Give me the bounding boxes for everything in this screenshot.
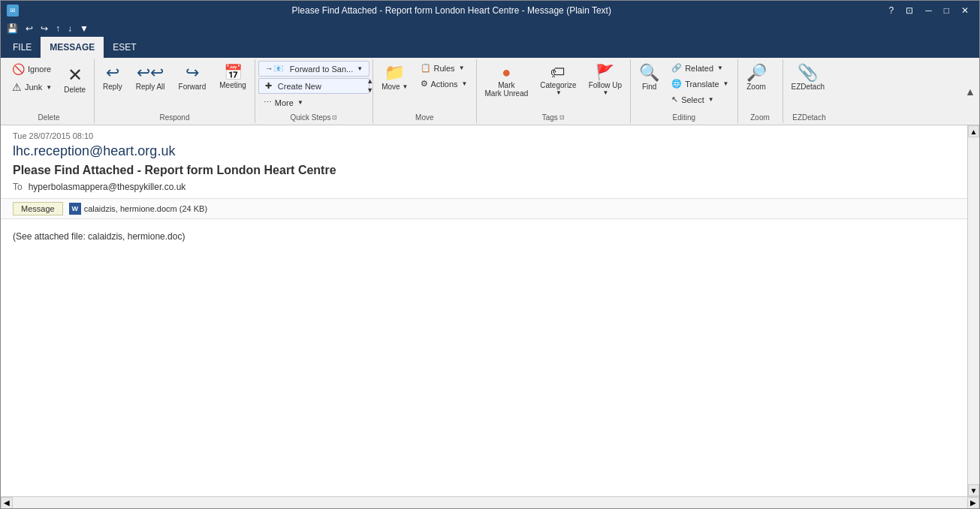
ribbon-group-editing: 🔍 Find 🔗 Related ▼ 🌐 Translate ▼: [631, 59, 737, 123]
delete-group-label: Delete: [7, 111, 91, 122]
follow-up-arrow: ▼: [602, 89, 608, 96]
quicksteps-scroll: ▲ ▼: [364, 61, 375, 110]
ezdetach-button[interactable]: 📎 EZDetach: [786, 61, 830, 95]
to-address: hyperbolasmappera@thespykiller.co.uk: [29, 182, 186, 192]
rules-arrow: ▼: [459, 65, 465, 71]
ribbon-tabs: FILE MESSAGE ESET: [1, 37, 979, 58]
find-button[interactable]: 🔍 Find: [634, 61, 665, 95]
more-quicksteps-button[interactable]: ⋯ More ▼: [258, 95, 369, 110]
scroll-right-arrow[interactable]: ▶: [967, 497, 979, 509]
junk-button[interactable]: ⚠ Junk ▼: [7, 79, 57, 95]
mark-unread-button[interactable]: ● Mark Mark Unread: [480, 61, 534, 101]
select-arrow: ▼: [708, 96, 714, 103]
move-group-label: Move: [376, 111, 472, 122]
junk-icon: ⚠: [12, 81, 22, 93]
scroll-left-arrow[interactable]: ◀: [1, 497, 13, 509]
ribbon-group-delete: 🚫 Ignore ⚠ Junk ▼ ✕ Delete Delete: [4, 59, 95, 123]
translate-arrow: ▼: [723, 80, 729, 87]
help-button[interactable]: ?: [885, 4, 899, 17]
ezdetach-group-label: EZDetach: [786, 111, 833, 122]
save-button[interactable]: 💾: [4, 22, 21, 35]
tags-expand-icon[interactable]: ⊡: [559, 114, 565, 121]
reply-all-button[interactable]: ↩↩ Reply All: [131, 61, 170, 95]
move-icon: 📁: [384, 65, 405, 81]
attachment-message-tab[interactable]: Message: [13, 202, 63, 215]
move-label: Move ▼: [381, 83, 408, 91]
message-to-row: To hyperbolasmappera@thespykiller.co.uk: [13, 182, 955, 192]
more-quicksteps-icon: ⋯: [264, 98, 272, 107]
meeting-icon: 📅: [224, 65, 243, 80]
tab-message[interactable]: MESSAGE: [41, 37, 104, 58]
next-item-button[interactable]: ↓: [65, 22, 75, 35]
scroll-up-arrow[interactable]: ▲: [968, 125, 979, 137]
ribbon: 🚫 Ignore ⚠ Junk ▼ ✕ Delete Delete: [1, 58, 979, 125]
follow-up-label: Follow Up ▼: [589, 81, 622, 96]
quicksteps-scroll-down[interactable]: ▼: [364, 86, 375, 95]
ribbon-toggle-button[interactable]: ⊡: [901, 4, 918, 17]
tab-file[interactable]: FILE: [4, 37, 41, 58]
select-icon: ↖: [671, 95, 678, 104]
title-bar-title: Please Find Attached - Report form Londo…: [19, 5, 885, 16]
title-bar: ✉ Please Find Attached - Report form Lon…: [1, 1, 979, 20]
tab-eset[interactable]: ESET: [104, 37, 145, 58]
attachment-bar: Message W calaidzis, hermione.docm (24 K…: [1, 199, 967, 219]
message-container: Tue 28/07/2015 08:10 lhc.reception@heart…: [1, 125, 967, 496]
rules-button[interactable]: 📋 Rules ▼: [415, 61, 473, 75]
attachment-item[interactable]: W calaidzis, hermione.docm (24 KB): [69, 203, 207, 215]
delete-button[interactable]: ✕ Delete: [59, 61, 91, 98]
move-button[interactable]: 📁 Move ▼: [376, 61, 413, 95]
more-quick-access-button[interactable]: ▼: [77, 22, 92, 35]
meeting-button[interactable]: 📅 Meeting: [214, 61, 252, 93]
more-quicksteps-arrow: ▼: [297, 99, 303, 106]
quicksteps-expand-icon[interactable]: ⊡: [332, 114, 337, 121]
zoom-icon: 🔎: [746, 65, 767, 81]
word-icon: W: [69, 203, 81, 215]
delete-icon: ✕: [68, 66, 83, 84]
quicksteps-label-text: Quick Steps: [291, 113, 331, 122]
close-button[interactable]: ✕: [957, 4, 973, 17]
reply-icon: ↩: [106, 65, 119, 81]
tags-group-label: Tags ⊡: [480, 111, 628, 122]
message-header: Tue 28/07/2015 08:10 lhc.reception@heart…: [1, 125, 967, 199]
prev-item-button[interactable]: ↑: [53, 22, 63, 35]
maximize-button[interactable]: □: [939, 4, 954, 17]
categorize-button[interactable]: 🏷 Categorize ▼: [535, 61, 581, 100]
quick-access-toolbar: 💾 ↩ ↪ ↑ ↓ ▼: [1, 20, 979, 37]
content-area: Tue 28/07/2015 08:10 lhc.reception@heart…: [1, 125, 979, 508]
delete-col: 🚫 Ignore ⚠ Junk ▼: [7, 61, 57, 95]
select-button[interactable]: ↖ Select ▼: [666, 92, 734, 107]
minimize-button[interactable]: ─: [921, 4, 936, 17]
message-body: (See attached file: calaidzis, hermione.…: [1, 219, 967, 496]
translate-button[interactable]: 🌐 Translate ▼: [666, 77, 734, 91]
related-button[interactable]: 🔗 Related ▼: [666, 61, 734, 75]
scroll-down-arrow[interactable]: ▼: [968, 484, 979, 496]
actions-icon: ⚙: [421, 79, 428, 89]
forward-to-san-arrow: ▼: [357, 65, 363, 72]
zoom-button[interactable]: 🔎 Zoom: [741, 61, 772, 95]
reply-button[interactable]: ↩ Reply: [98, 61, 128, 95]
create-new-button[interactable]: ✚ Create New: [258, 78, 369, 94]
app-window: ✉ Please Find Attached - Report form Lon…: [0, 0, 980, 509]
redo-button[interactable]: ↪: [38, 22, 51, 35]
ribbon-group-move: 📁 Move ▼ 📋 Rules ▼ ⚙ Actions: [373, 59, 476, 123]
follow-up-button[interactable]: 🚩 Follow Up ▼: [583, 61, 627, 100]
message-with-scroll: Tue 28/07/2015 08:10 lhc.reception@heart…: [1, 125, 979, 496]
forward-button[interactable]: ↪ Forward: [173, 61, 212, 95]
ribbon-scroll-up-button[interactable]: ▲: [964, 86, 976, 98]
create-new-icon: ✚: [265, 81, 272, 91]
quicksteps-group-content: →📧 Forward to San... ▼ ✚ Create New ▲ ▼ …: [258, 61, 369, 110]
ignore-button[interactable]: 🚫 Ignore: [7, 61, 57, 77]
forward-to-san-button[interactable]: →📧 Forward to San... ▼: [258, 61, 369, 77]
undo-button[interactable]: ↩: [23, 22, 36, 35]
ribbon-group-ezdetach: 📎 EZDetach EZDetach: [783, 59, 836, 123]
message-date: Tue 28/07/2015 08:10: [13, 131, 955, 140]
scroll-track: [968, 137, 979, 484]
find-icon: 🔍: [639, 65, 659, 81]
move-col: 📋 Rules ▼ ⚙ Actions ▼: [415, 61, 473, 91]
reply-all-icon: ↩↩: [137, 65, 164, 81]
actions-button[interactable]: ⚙ Actions ▼: [415, 77, 473, 91]
categorize-icon: 🏷: [550, 65, 565, 80]
translate-icon: 🌐: [671, 79, 682, 89]
ribbon-scroll: ▲: [964, 59, 976, 123]
quicksteps-scroll-up[interactable]: ▲: [364, 77, 375, 86]
